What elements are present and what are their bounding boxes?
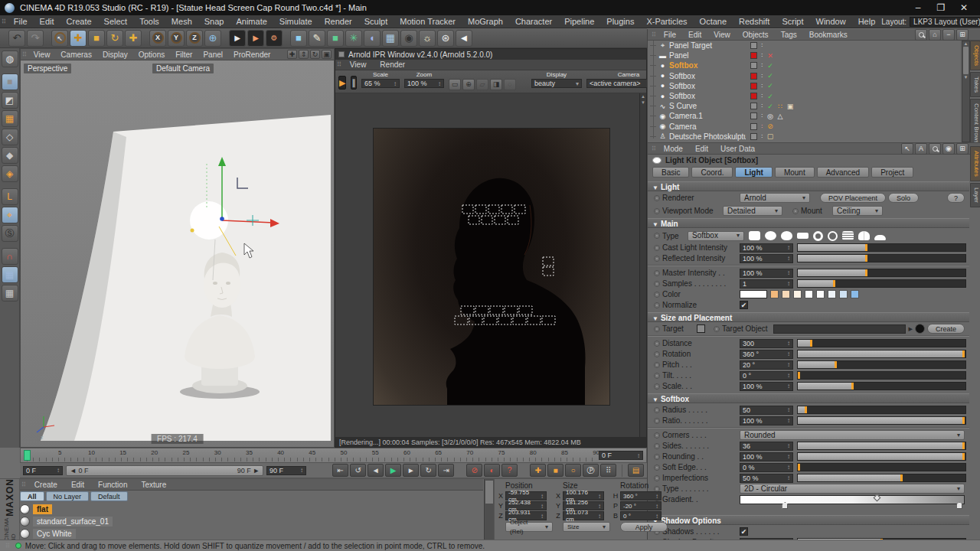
- collapse-icon[interactable]: ▼: [652, 396, 658, 403]
- spinner-icon[interactable]: ↕: [787, 280, 790, 287]
- layer-color-swatch[interactable]: [750, 73, 757, 80]
- zoom-field[interactable]: 100 % ↕: [404, 79, 444, 88]
- spinner-icon[interactable]: ↕: [787, 383, 790, 390]
- slider-handle[interactable]: [962, 350, 965, 357]
- value-field[interactable]: 100 %↕: [740, 269, 793, 278]
- maximize-icon[interactable]: ❐: [929, 2, 952, 13]
- visibility-dots-icon[interactable]: ∶: [759, 123, 765, 130]
- value-field[interactable]: 100 %↕: [740, 382, 793, 391]
- menu-window[interactable]: Window: [810, 15, 852, 28]
- render-view-icon[interactable]: ▶: [229, 30, 246, 47]
- current-frame-field[interactable]: 0 F ↕: [599, 451, 643, 460]
- object-name[interactable]: S Curve: [668, 102, 746, 110]
- texture-mode-icon[interactable]: ◩: [2, 92, 18, 109]
- spinner-icon[interactable]: ↕: [655, 503, 658, 510]
- keyframe-circle[interactable]: [654, 292, 660, 298]
- visibility-dots-icon[interactable]: ∶: [759, 112, 765, 119]
- slider-handle[interactable]: [805, 406, 807, 413]
- model-mode-icon[interactable]: ■: [2, 73, 18, 90]
- zoom-view-icon[interactable]: ⇕: [299, 50, 309, 59]
- tab-advanced[interactable]: Advanced: [817, 167, 869, 178]
- menu-edit[interactable]: Edit: [34, 15, 60, 28]
- menu-script[interactable]: Script: [776, 15, 809, 28]
- slider-handle[interactable]: [865, 244, 867, 251]
- value-field[interactable]: 100 %↕: [740, 254, 793, 263]
- menu-mograph[interactable]: MoGraph: [462, 15, 509, 28]
- light-tool-icon[interactable]: ☼: [419, 30, 436, 47]
- panel-grid-icon[interactable]: ⊞: [956, 143, 969, 155]
- spinner-icon[interactable]: ↕: [787, 464, 790, 471]
- spinner-icon[interactable]: ↕: [787, 350, 790, 357]
- generators-icon[interactable]: ■: [327, 30, 344, 47]
- object-tag-icon[interactable]: ✕: [766, 52, 775, 60]
- minimize-icon[interactable]: –: [906, 2, 929, 13]
- menu-view[interactable]: View: [28, 51, 56, 59]
- layer-color-swatch[interactable]: [750, 52, 757, 59]
- floor-icon[interactable]: ▦: [382, 30, 399, 47]
- menu-texture[interactable]: Texture: [134, 481, 173, 489]
- object-row-deutsche-photoskulptur-goethe[interactable]: ♙Deutsche Photoskulptur Goethe∶▢: [648, 132, 960, 142]
- object-tag-icon[interactable]: ▢: [766, 132, 775, 140]
- visibility-dots-icon[interactable]: ∶: [759, 83, 765, 90]
- grip-handle[interactable]: ⠿: [21, 51, 28, 58]
- display-dropdown[interactable]: beauty ▾: [531, 79, 582, 88]
- keyframe-circle[interactable]: [714, 326, 720, 332]
- autokey-button[interactable]: ◐: [484, 464, 500, 477]
- section-size-and-placement[interactable]: ▼Size and Placement: [648, 312, 969, 322]
- menu-plugins[interactable]: Plugins: [600, 15, 640, 28]
- visibility-dots-icon[interactable]: ∶: [759, 103, 765, 109]
- grip-handle[interactable]: ⠿: [650, 145, 658, 152]
- tab-default[interactable]: Default: [90, 491, 128, 501]
- dropdown[interactable]: Detailed▾: [723, 206, 782, 216]
- value-field[interactable]: 300↕: [740, 339, 793, 348]
- slider-track[interactable]: [797, 339, 966, 347]
- color-swatch[interactable]: [839, 290, 848, 298]
- menu-character[interactable]: Character: [509, 15, 558, 28]
- object-row-panel[interactable]: ▬Panel∶✕: [648, 51, 960, 60]
- coord-field[interactable]: 360 °↕: [620, 491, 662, 500]
- snap-icon[interactable]: ∩: [2, 248, 18, 265]
- object-name[interactable]: Softbox: [668, 61, 746, 70]
- lock-x-icon[interactable]: X: [149, 30, 166, 47]
- layer-color-swatch[interactable]: [750, 62, 757, 69]
- object-row-softbox[interactable]: ●Softbox∶✓: [648, 60, 960, 70]
- keyframe-circle[interactable]: [654, 373, 660, 379]
- coord-mode-dropdown[interactable]: Object (Rel)▾: [505, 522, 553, 532]
- maximize-view-icon[interactable]: ▣: [322, 50, 332, 59]
- slider-handle[interactable]: [900, 474, 903, 481]
- layer-color-swatch[interactable]: [750, 103, 757, 109]
- create-button[interactable]: Create: [927, 324, 965, 334]
- preview-range-slider[interactable]: ◄ 0 F 90 F ►: [66, 465, 263, 476]
- spinner-icon[interactable]: ↕: [637, 452, 640, 459]
- keyframe-circle[interactable]: [654, 270, 660, 276]
- slider-track[interactable]: [797, 382, 966, 390]
- object-name[interactable]: Deutsche Photoskulptur Goethe: [668, 132, 746, 141]
- slider-track[interactable]: [797, 416, 966, 425]
- spinner-icon[interactable]: ↕: [787, 417, 790, 424]
- collapse-icon[interactable]: ▼: [652, 184, 658, 191]
- slider-track[interactable]: [797, 254, 966, 262]
- coord-field[interactable]: -20 °↕: [620, 501, 662, 510]
- minimize-panel-icon[interactable]: −: [942, 29, 955, 41]
- keyframe-circle[interactable]: [654, 208, 660, 214]
- slider-handle[interactable]: [962, 417, 965, 424]
- menu-view[interactable]: View: [343, 60, 374, 69]
- keyframe-circle[interactable]: [654, 465, 660, 471]
- visibility-dots-icon[interactable]: ∶: [759, 93, 765, 99]
- object-tag-icon[interactable]: ✓: [766, 62, 775, 70]
- crop-icon[interactable]: ◌: [504, 79, 516, 90]
- move-icon[interactable]: ✚: [70, 30, 87, 47]
- sky-tool-icon[interactable]: ⊛: [437, 30, 454, 47]
- layer-color-swatch[interactable]: [750, 133, 757, 140]
- slider-track[interactable]: [797, 406, 966, 414]
- keyframe-circle[interactable]: [654, 418, 660, 424]
- coord-system-icon[interactable]: ⊕: [204, 30, 221, 47]
- keyframe-circle[interactable]: [654, 351, 660, 357]
- menu-user-data[interactable]: User Data: [714, 145, 761, 153]
- tab-project[interactable]: Project: [871, 167, 913, 178]
- axis-origin[interactable]: [220, 217, 224, 221]
- end-frame-field[interactable]: 90 F ↕: [266, 466, 306, 475]
- spinner-icon[interactable]: ↕: [300, 467, 303, 474]
- menu-snap[interactable]: Snap: [198, 15, 230, 28]
- tab-objects[interactable]: Objects: [970, 41, 980, 70]
